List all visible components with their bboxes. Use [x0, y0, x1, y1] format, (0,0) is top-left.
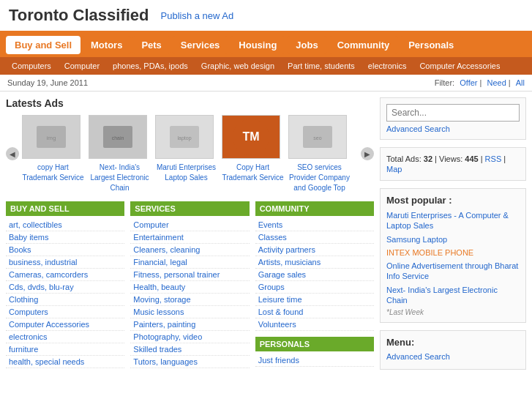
current-date: Sunday 19, June 2011: [7, 78, 88, 87]
ad-item-label[interactable]: Next- India's Largest Electronic Chain: [90, 163, 149, 192]
category-item[interactable]: Clothing: [6, 294, 124, 306]
date-filter-bar: Sunday 19, June 2011 Filter: Offer | Nee…: [0, 75, 532, 92]
ad-item-label[interactable]: Maruti Enterprises Laptop Sales: [157, 163, 216, 182]
category-item[interactable]: Groups: [255, 281, 374, 294]
carousel-items-container: img copy Hart Trademark Service chain Ne…: [22, 115, 358, 193]
nav-item-community[interactable]: Community: [329, 36, 399, 54]
carousel-item[interactable]: TM Copy Hart Trademark Service: [222, 115, 284, 193]
carousel-item[interactable]: chain Next- India's Largest Electronic C…: [89, 115, 151, 193]
last-week-label: *Last Week: [386, 308, 520, 316]
nav-item-motors[interactable]: Motors: [82, 36, 131, 54]
search-input[interactable]: [386, 104, 520, 122]
category-item[interactable]: Music lessons: [130, 306, 249, 318]
category-item[interactable]: Moving, storage: [130, 294, 249, 306]
ad-thumbnail: chain: [89, 115, 147, 159]
category-item[interactable]: Books: [6, 244, 124, 256]
filter-bar: Filter: Offer | Need | All: [435, 78, 525, 87]
carousel-item[interactable]: laptop Maruti Enterprises Laptop Sales: [155, 115, 217, 193]
category-item[interactable]: Painters, painting: [130, 318, 249, 331]
category-item[interactable]: Leisure time: [255, 294, 374, 306]
nav-item-pets[interactable]: Pets: [132, 36, 170, 54]
svg-text:chain: chain: [112, 135, 124, 141]
category-item[interactable]: art, collectibles: [6, 219, 124, 231]
total-ads-count: 32: [424, 154, 432, 163]
carousel-item[interactable]: img copy Hart Trademark Service: [22, 115, 84, 193]
rss-link[interactable]: RSS: [485, 154, 502, 163]
popular-item[interactable]: Samsung Laptop: [386, 234, 520, 245]
menu-item[interactable]: Advanced Search: [386, 352, 520, 361]
nav-item-housing[interactable]: Housing: [230, 36, 285, 54]
menu-title: Menu:: [386, 337, 520, 348]
category-item[interactable]: electronics: [6, 331, 124, 343]
nav-item-personals[interactable]: Personals: [400, 36, 462, 54]
ad-thumbnail: laptop: [155, 115, 214, 159]
category-item[interactable]: furniture: [6, 343, 124, 356]
publish-new-ad-button[interactable]: Publish a new Ad: [161, 10, 234, 21]
category-item[interactable]: Cleaners, cleaning: [130, 244, 249, 256]
filter-need-link[interactable]: Need: [487, 78, 506, 87]
category-item[interactable]: business, industrial: [6, 256, 124, 269]
category-item[interactable]: Volunteers: [255, 318, 374, 331]
nav-item-services[interactable]: Services: [172, 36, 229, 54]
subnav-item[interactable]: Graphic, web design: [195, 59, 280, 72]
category-item[interactable]: health, special needs: [6, 356, 124, 368]
svg-text:img: img: [47, 135, 56, 141]
logo-toronto: Toronto: [9, 6, 73, 24]
carousel-prev-button[interactable]: ◀: [6, 147, 19, 160]
tm-logo: TM: [233, 119, 269, 155]
category-item[interactable]: Classes: [255, 231, 374, 244]
buy-and-sell-column: BUY AND SELL art, collectiblesBaby items…: [6, 201, 124, 368]
ad-item-label[interactable]: Copy Hart Trademark Service: [222, 163, 283, 182]
category-item[interactable]: Artists, musicians: [255, 256, 374, 269]
buy-and-sell-items: art, collectiblesBaby itemsBooksbusiness…: [6, 219, 124, 368]
most-popular-box: Most popular : Maruti Enterprises - A Co…: [380, 188, 526, 323]
total-ads-label: Total Ads:: [386, 154, 422, 163]
filter-offer-link[interactable]: Offer: [460, 78, 477, 87]
category-item[interactable]: Health, beauty: [130, 281, 249, 294]
map-link[interactable]: Map: [386, 165, 402, 174]
category-item[interactable]: Fitness, personal trainer: [130, 269, 249, 281]
category-item[interactable]: Tutors, languages: [130, 356, 249, 368]
category-item[interactable]: Lost & found: [255, 306, 374, 318]
ad-thumbnail: TM: [222, 115, 280, 159]
carousel-next-button[interactable]: ▶: [361, 147, 374, 160]
category-item[interactable]: Activity partners: [255, 244, 374, 256]
subnav-item[interactable]: Computer: [59, 59, 105, 72]
category-item[interactable]: Entertainment: [130, 231, 249, 244]
category-item[interactable]: Garage sales: [255, 269, 374, 281]
popular-item[interactable]: INTEX MOBILE PHONE: [386, 247, 520, 258]
category-item[interactable]: Skilled trades: [130, 343, 249, 356]
nav-item-buy-and-sell[interactable]: Buy and Sell: [6, 36, 80, 54]
ad-item-label[interactable]: copy Hart Trademark Service: [22, 163, 83, 182]
category-item[interactable]: Cameras, camcorders: [6, 269, 124, 281]
ad-image-placeholder: img: [33, 122, 70, 152]
services-items: ComputerEntertainmentCleaners, cleaningF…: [130, 219, 249, 368]
subnav-item[interactable]: electronics: [362, 59, 413, 72]
advanced-search-link[interactable]: Advanced Search: [386, 124, 520, 133]
popular-item[interactable]: Maruti Enterprises - A Computer & Laptop…: [386, 210, 520, 231]
popular-item[interactable]: Next- India's Largest Electronic Chain: [386, 285, 520, 306]
subnav-item[interactable]: phones, PDAs, ipods: [107, 59, 194, 72]
subnav-item[interactable]: Part time, students: [282, 59, 361, 72]
category-item[interactable]: Computer: [130, 219, 249, 231]
category-item[interactable]: Financial, legal: [130, 256, 249, 269]
nav-item-jobs[interactable]: Jobs: [287, 36, 326, 54]
subnav-item[interactable]: Computers: [6, 59, 57, 72]
category-item[interactable]: Just friends: [255, 354, 374, 367]
search-box: Advanced Search: [380, 97, 526, 140]
category-item[interactable]: Computer Accessories: [6, 318, 124, 331]
category-item[interactable]: Cds, dvds, blu-ray: [6, 281, 124, 294]
filter-all-link[interactable]: All: [516, 78, 525, 87]
category-item[interactable]: Baby items: [6, 231, 124, 244]
ad-item-label[interactable]: SEO services Provider Company and Google…: [289, 163, 350, 192]
subnav-item[interactable]: Computer Accessories: [413, 59, 506, 72]
category-item[interactable]: Photography, video: [130, 331, 249, 343]
category-item[interactable]: Events: [255, 219, 374, 231]
popular-item[interactable]: Online Advertisement through Bharat Info…: [386, 261, 520, 282]
services-column: SERVICES ComputerEntertainmentCleaners, …: [130, 201, 249, 368]
popular-items-container: Maruti Enterprises - A Computer & Laptop…: [386, 210, 520, 305]
stats-box: Total Ads: 32 | Views: 445 | RSS | Map: [380, 147, 526, 181]
category-item[interactable]: Computers: [6, 306, 124, 318]
main-content: Latests Ads ◀ img copy Hart Trademark Se…: [0, 92, 532, 383]
carousel-item[interactable]: seo SEO services Provider Company and Go…: [288, 115, 351, 193]
